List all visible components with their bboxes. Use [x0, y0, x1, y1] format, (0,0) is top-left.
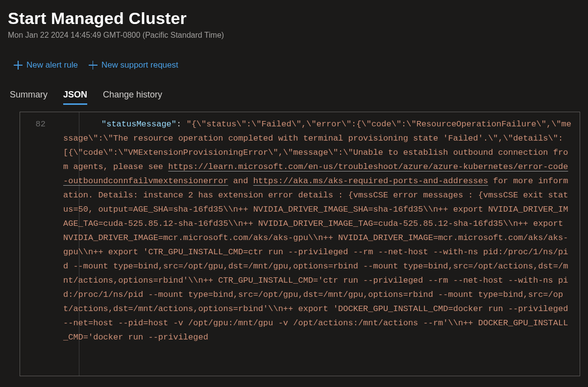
plus-icon: [14, 61, 23, 70]
page-title: Start Managed Cluster: [8, 9, 580, 28]
new-support-request-button[interactable]: New support request: [89, 60, 178, 70]
code-content[interactable]: "statusMessage": "{\"status\":\"Failed\"…: [59, 112, 580, 344]
timestamp: Mon Jan 22 2024 14:45:49 GMT-0800 (Pacif…: [8, 31, 580, 40]
new-support-request-label: New support request: [101, 60, 178, 70]
json-viewer[interactable]: 82 "statusMessage": "{\"status\":\"Faile…: [20, 112, 580, 376]
new-alert-rule-button[interactable]: New alert rule: [14, 60, 78, 70]
tab-summary[interactable]: Summary: [10, 90, 48, 105]
new-alert-rule-label: New alert rule: [26, 60, 78, 70]
json-value-part2: for more information. Details: instance …: [63, 176, 573, 342]
json-key: "statusMessage": [101, 120, 176, 129]
tab-change-history[interactable]: Change history: [103, 90, 162, 105]
plus-icon: [89, 61, 98, 70]
json-value-between: and: [228, 176, 253, 186]
doc-link-2[interactable]: https://aka.ms/aks-required-ports-and-ad…: [253, 176, 488, 186]
tab-json[interactable]: JSON: [63, 90, 87, 105]
json-colon: :: [176, 120, 186, 129]
command-bar: New alert rule New support request: [8, 60, 580, 70]
line-number: 82: [20, 112, 59, 344]
tab-bar: Summary JSON Change history: [8, 90, 580, 105]
